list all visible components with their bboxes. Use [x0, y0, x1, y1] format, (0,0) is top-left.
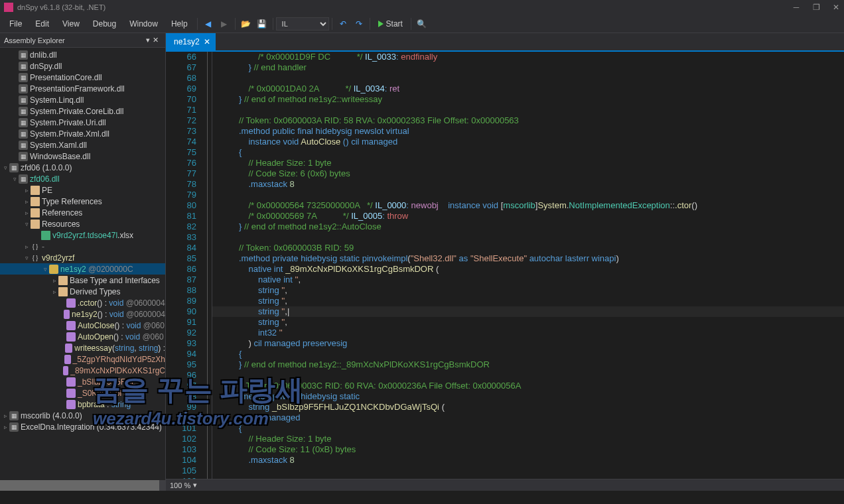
tree-item[interactable]: ne1sy2() : void @0600004	[0, 308, 165, 320]
tree-item[interactable]: ▹Type References	[0, 196, 165, 207]
explorer-title: Assembly Explorer	[4, 36, 146, 44]
tree-item[interactable]: System.Linq.dll	[0, 94, 165, 105]
menu-file[interactable]: File	[3, 17, 29, 31]
language-select[interactable]: IL	[276, 17, 329, 31]
tree-item[interactable]: ▹PE	[0, 184, 165, 196]
tree-item[interactable]: _5ZgpYRhqdNIdYdP5zXh	[0, 353, 165, 365]
menu-debug[interactable]: Debug	[86, 17, 123, 31]
tree-item[interactable]: ▿zfd06.dll	[0, 173, 165, 184]
tree-item[interactable]: PresentationFramework.dll	[0, 83, 165, 94]
menu-window[interactable]: Window	[123, 17, 165, 31]
menu-view[interactable]: View	[56, 17, 86, 31]
code-editor[interactable]: 66 /* 0x00001D9F DC */ IL_0033: endfinal…	[166, 52, 844, 479]
tree-item[interactable]: AutoClose() : void @060	[0, 320, 165, 331]
tree-item[interactable]: System.Private.CoreLib.dll	[0, 105, 165, 117]
nav-fwd-icon[interactable]: ▶	[218, 17, 231, 31]
tree-item[interactable]: .cctor() : void @0600004	[0, 297, 165, 308]
tree-item[interactable]: ▹mscorlib (4.0.0.0)	[0, 410, 165, 421]
tree-item[interactable]: System.Private.Xml.dll	[0, 128, 165, 139]
tab-close-icon[interactable]: ✕	[204, 37, 210, 46]
tree-item[interactable]: ▹ExcelDna.Integration (0.34.6373.42344)	[0, 421, 165, 432]
tree-item[interactable]: dnSpy.dll	[0, 60, 165, 72]
tree-item[interactable]: writeessay(string, string) :	[0, 342, 165, 353]
tree-item[interactable]: _S0KqErCbHJ0	[0, 387, 165, 399]
assembly-tree[interactable]: dnlib.dlldnSpy.dllPresentationCore.dllPr…	[0, 48, 165, 480]
redo-icon[interactable]: ↷	[352, 17, 366, 31]
menu-edit[interactable]: Edit	[29, 17, 56, 31]
zoom-level[interactable]: 100 %	[170, 481, 190, 489]
tree-item[interactable]: System.Private.Uri.dll	[0, 117, 165, 128]
window-title: dnSpy v6.1.8 (32-bit, .NET)	[17, 3, 792, 11]
menu-help[interactable]: Help	[165, 17, 194, 31]
tree-item[interactable]: ▹Derived Types	[0, 286, 165, 297]
tab-ne1sy2[interactable]: ne1sy2 ✕	[166, 33, 216, 50]
tree-item[interactable]: _bSIbzp9F5FHL	[0, 376, 165, 387]
close-button[interactable]: ✕	[832, 3, 840, 12]
search-icon[interactable]: 🔍	[415, 17, 429, 31]
minimize-button[interactable]: ─	[792, 3, 800, 12]
tree-item[interactable]: ▹Base Type and Interfaces	[0, 275, 165, 286]
maximize-button[interactable]: ❐	[812, 3, 820, 12]
undo-icon[interactable]: ↶	[336, 17, 350, 31]
tree-item[interactable]: WindowsBase.dll	[0, 151, 165, 162]
tree-item[interactable]: ▿Resources	[0, 218, 165, 229]
tree-item[interactable]: System.Xaml.dll	[0, 139, 165, 151]
tree-item[interactable]: PresentationCore.dll	[0, 72, 165, 83]
tree-item[interactable]: ▿zfd06 (1.0.0.0)	[0, 162, 165, 173]
save-icon[interactable]: 💾	[255, 17, 269, 31]
tree-item[interactable]: ▿ne1sy2 @0200000C	[0, 263, 165, 275]
zoom-dropdown-icon[interactable]: ▾	[193, 481, 197, 489]
start-button[interactable]: Start	[373, 19, 408, 29]
tree-item[interactable]: dnlib.dll	[0, 49, 165, 60]
tree-item[interactable]: ▿v9rd2yrzf	[0, 252, 165, 263]
nav-back-icon[interactable]: ◀	[202, 17, 215, 31]
tree-item[interactable]: _89mXcNxPlDKoXKS1rgC	[0, 365, 165, 376]
menubar: File Edit View Debug Window Help ◀ ▶ 📂 💾…	[0, 15, 844, 33]
tree-hscroll[interactable]	[0, 480, 165, 491]
tree-item[interactable]: v9rd2yrzf.tdsoe47l.xlsx	[0, 229, 165, 241]
tree-item[interactable]: AutoOpen() : void @060	[0, 331, 165, 342]
tree-item[interactable]: ▹References	[0, 207, 165, 218]
explorer-close-icon[interactable]: ✕	[150, 36, 161, 44]
open-icon[interactable]: 📂	[240, 17, 253, 31]
tree-item[interactable]: ▹-	[0, 241, 165, 252]
tree-item[interactable]: bpbrata : string	[0, 399, 165, 410]
play-icon	[378, 21, 384, 27]
app-icon	[4, 3, 13, 12]
